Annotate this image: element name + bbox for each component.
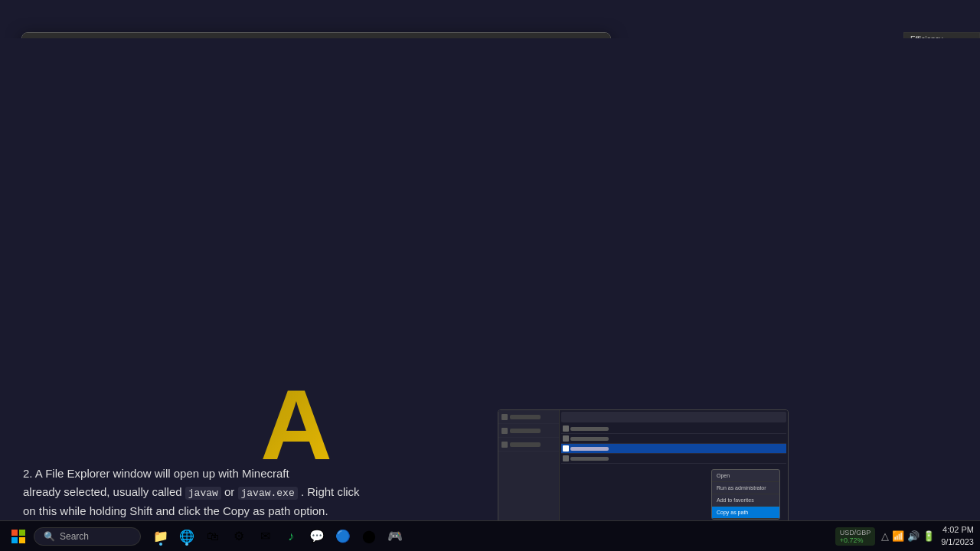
sp-sidebar-item3	[498, 438, 559, 452]
taskbar-right: USD/GBP +0.72% △ 📶 🔊 🔋 4:02 PM 9/1/2023	[835, 524, 974, 548]
tray-icon-1[interactable]: △	[881, 530, 889, 542]
tray-volume-icon[interactable]: 🔊	[907, 530, 920, 542]
taskbar-store[interactable]: 🛍	[202, 526, 224, 547]
taskbar-obs[interactable]: ⬤	[358, 526, 380, 547]
sp-file-icon3	[563, 455, 569, 461]
taskbar-chrome[interactable]: 🔵	[332, 526, 354, 547]
sp-main: Open Run as administrator Add to favorit…	[560, 410, 788, 527]
sp-menu-add: Add to favorites	[712, 494, 779, 507]
sp-file-name-selected	[570, 447, 609, 451]
taskbar-file-explorer[interactable]: 📁	[150, 526, 172, 547]
taskbar-search-icon: 🔍	[44, 531, 55, 542]
tray-network-icon[interactable]: 📶	[892, 530, 904, 542]
article-text2: already selected, usually called	[23, 485, 185, 498]
sp-file-name1	[570, 427, 609, 431]
screenshot-preview: Open Run as administrator Add to favorit…	[498, 409, 789, 528]
webpage-content: 2. A File Explorer window will open up w…	[0, 38, 980, 551]
sp-sidebar-text3	[510, 442, 541, 447]
svg-rect-1	[19, 530, 25, 536]
taskbar-settings[interactable]: ⚙	[228, 526, 250, 547]
taskbar-spotify[interactable]: ♪	[280, 526, 302, 547]
svg-rect-0	[11, 530, 18, 536]
clock-date: 9/1/2023	[941, 536, 974, 548]
code-javaw: javaw	[185, 487, 221, 500]
sp-menu-admin: Run as administrator	[712, 482, 779, 494]
sp-file-icon-selected	[563, 445, 569, 452]
sp-file-name2	[570, 437, 609, 441]
sp-menu-copy-path: Copy as path	[712, 507, 779, 519]
taskbar-pinned-apps: 📁 🌐 🛍 ⚙ ✉ ♪ 💬 🔵 ⬤ 🎮	[150, 526, 406, 547]
sp-sidebar-text	[510, 415, 541, 419]
start-button[interactable]	[6, 524, 31, 549]
sp-sidebar-item	[498, 410, 559, 424]
clock-time: 4:02 PM	[941, 524, 974, 536]
crypto-widget: USD/GBP +0.72%	[835, 527, 876, 546]
sp-file-row3	[561, 454, 786, 464]
taskbar-discord[interactable]: 💬	[306, 526, 328, 547]
taskbar-mail[interactable]: ✉	[254, 526, 276, 547]
sp-sidebar	[498, 410, 560, 527]
svg-rect-3	[19, 537, 25, 543]
sp-context-menu: Open Run as administrator Add to favorit…	[711, 469, 780, 520]
article-text1: A File Explorer window will open up w	[35, 467, 227, 480]
sp-file-row2	[561, 434, 786, 444]
sp-file-icon1	[563, 425, 569, 432]
sp-sidebar-icon	[501, 414, 508, 420]
code-javaw-exe: javaw.exe	[238, 487, 298, 500]
sp-file-icon2	[563, 435, 569, 442]
system-clock[interactable]: 4:02 PM 9/1/2023	[941, 524, 974, 548]
taskbar-search-text: Search	[60, 531, 89, 542]
sp-sidebar-item2	[498, 424, 559, 438]
article-text3: or	[221, 485, 238, 498]
sp-sidebar-icon3	[501, 442, 508, 448]
sp-file-row-selected	[561, 444, 786, 454]
system-tray: △ 📶 🔊 🔋	[881, 530, 935, 542]
taskbar-search-box[interactable]: 🔍 Search	[34, 527, 141, 546]
crypto-change: +0.72%	[840, 536, 864, 544]
watermark-a: A	[260, 367, 332, 482]
svg-rect-2	[11, 537, 18, 543]
taskbar-steam[interactable]: 🎮	[384, 526, 406, 547]
sp-menu-open: Open	[712, 470, 779, 482]
sp-file-name3	[570, 457, 609, 461]
sp-file-row1	[561, 424, 786, 434]
sp-sidebar-icon2	[501, 428, 508, 434]
taskbar-edge[interactable]: 🌐	[176, 526, 198, 547]
taskbar: 🔍 Search 📁 🌐 🛍 ⚙ ✉ ♪ 💬 🔵 ⬤ 🎮 USD/GBP +0.…	[0, 520, 980, 551]
sp-toolbar	[561, 412, 786, 422]
crypto-symbol: USD/GBP	[840, 529, 871, 536]
tray-battery-icon[interactable]: 🔋	[923, 530, 935, 542]
step-number: 2.	[23, 467, 33, 480]
sp-sidebar-text2	[510, 429, 541, 433]
